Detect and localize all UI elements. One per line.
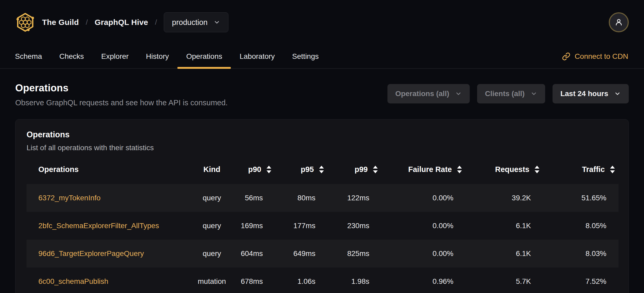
top-header: The Guild / GraphQL Hive / production <box>0 0 644 45</box>
operation-link[interactable]: 2bfc_SchemaExplorerFilter_AllTypes <box>38 222 159 230</box>
chevron-down-icon <box>614 90 621 97</box>
table-header-row: Operations Kind p90 p95 p99 <box>27 155 619 184</box>
p95-cell: 177ms <box>275 212 328 240</box>
target-nav: Schema Checks Explorer History Operation… <box>0 45 644 69</box>
nav-tabs: Schema Checks Explorer History Operation… <box>6 45 328 68</box>
sort-arrows-icon[interactable] <box>535 166 539 173</box>
target-select[interactable]: production <box>164 12 228 32</box>
p95-cell: 649ms <box>275 240 328 268</box>
clients-filter-label: Clients (all) <box>485 90 525 98</box>
kind-cell: query <box>195 212 229 240</box>
tab-schema[interactable]: Schema <box>6 45 51 68</box>
filters: Operations (all) Clients (all) Last 24 h… <box>387 82 629 103</box>
traffic-cell: 8.05% <box>543 212 619 240</box>
operations-filter-dropdown[interactable]: Operations (all) <box>387 84 470 103</box>
p99-cell: 122ms <box>328 184 381 212</box>
chevron-down-icon <box>530 90 537 97</box>
target-select-value: production <box>172 18 207 27</box>
tab-checks[interactable]: Checks <box>51 45 93 68</box>
page-head-text: Operations Observe GraphQL requests and … <box>15 82 228 107</box>
table-row: 2bfc_SchemaExplorerFilter_AllTypes query… <box>27 212 619 240</box>
breadcrumb: The Guild / GraphQL Hive / production <box>15 12 228 33</box>
requests-cell: 6.1K <box>466 212 543 240</box>
failure-rate-cell: 0.00% <box>381 212 466 240</box>
operation-link[interactable]: 96d6_TargetExplorerPageQuery <box>38 249 144 258</box>
requests-cell: 39.2K <box>466 184 543 212</box>
tab-operations[interactable]: Operations <box>177 45 231 68</box>
requests-cell: 6.1K <box>466 240 543 268</box>
failure-rate-cell: 0.00% <box>381 240 466 268</box>
tab-settings[interactable]: Settings <box>283 45 327 68</box>
tab-laboratory[interactable]: Laboratory <box>231 45 283 68</box>
column-header-operations: Operations <box>27 155 195 184</box>
chevron-down-icon <box>213 19 220 26</box>
table-row: 6372_myTokenInfo query 56ms 80ms 122ms 0… <box>27 184 619 212</box>
column-header-p90: p90 <box>229 155 275 184</box>
operations-filter-label: Operations (all) <box>395 90 449 98</box>
traffic-cell: 7.52% <box>543 268 619 293</box>
requests-cell: 5.7K <box>466 268 543 293</box>
page-subtitle: Observe GraphQL requests and see how the… <box>15 98 228 107</box>
page-title: Operations <box>15 82 228 94</box>
operation-link[interactable]: 6372_myTokenInfo <box>38 194 101 202</box>
clients-filter-dropdown[interactable]: Clients (all) <box>477 84 545 103</box>
column-header-p99: p99 <box>328 155 381 184</box>
user-avatar-icon <box>614 18 623 27</box>
column-header-requests: Requests <box>466 155 543 184</box>
kind-cell: query <box>195 240 229 268</box>
chevron-down-icon <box>455 90 462 97</box>
breadcrumb-separator: / <box>155 18 157 27</box>
user-menu-button[interactable] <box>609 12 629 32</box>
operation-link[interactable]: 6c00_schemaPublish <box>38 277 108 285</box>
sort-arrows-icon[interactable] <box>319 166 324 173</box>
sort-arrows-icon[interactable] <box>267 166 271 173</box>
card-subtitle: List of all operations with their statis… <box>27 144 617 152</box>
breadcrumb-project[interactable]: GraphQL Hive <box>95 18 148 27</box>
p90-cell: 604ms <box>229 240 275 268</box>
p95-cell: 80ms <box>275 184 328 212</box>
sort-arrows-icon[interactable] <box>457 166 462 173</box>
p99-cell: 1.98s <box>328 268 381 293</box>
column-header-failure-rate: Failure Rate <box>381 155 466 184</box>
p95-cell: 1.06s <box>275 268 328 293</box>
p99-cell: 825ms <box>328 240 381 268</box>
column-header-kind: Kind <box>195 155 229 184</box>
card-title: Operations <box>27 130 617 139</box>
p90-cell: 169ms <box>229 212 275 240</box>
link-icon <box>562 52 570 61</box>
failure-rate-cell: 0.96% <box>381 268 466 293</box>
column-header-p95: p95 <box>275 155 328 184</box>
column-header-traffic: Traffic <box>543 155 619 184</box>
breadcrumb-org[interactable]: The Guild <box>42 18 79 27</box>
sort-arrows-icon[interactable] <box>373 166 378 173</box>
period-filter-dropdown[interactable]: Last 24 hours <box>553 84 629 103</box>
kind-cell: mutation <box>195 268 229 293</box>
table-row: 6c00_schemaPublish mutation 678ms 1.06s … <box>27 268 619 293</box>
tab-explorer[interactable]: Explorer <box>93 45 137 68</box>
failure-rate-cell: 0.00% <box>381 184 466 212</box>
kind-cell: query <box>195 184 229 212</box>
table-row: 96d6_TargetExplorerPageQuery query 604ms… <box>27 240 619 268</box>
breadcrumb-separator: / <box>86 18 88 27</box>
p90-cell: 678ms <box>229 268 275 293</box>
period-filter-label: Last 24 hours <box>560 90 608 98</box>
hive-logo-icon <box>15 12 35 33</box>
tab-history[interactable]: History <box>137 45 177 68</box>
connect-to-cdn-label: Connect to CDN <box>575 52 628 61</box>
p90-cell: 56ms <box>229 184 275 212</box>
traffic-cell: 51.65% <box>543 184 619 212</box>
operations-table: Operations Kind p90 p95 p99 <box>27 155 619 293</box>
sort-arrows-icon[interactable] <box>610 166 615 173</box>
operations-card: Operations List of all operations with t… <box>15 119 629 293</box>
traffic-cell: 8.03% <box>543 240 619 268</box>
connect-to-cdn-link[interactable]: Connect to CDN <box>553 45 638 68</box>
page-head: Operations Observe GraphQL requests and … <box>0 69 644 107</box>
p99-cell: 230ms <box>328 212 381 240</box>
